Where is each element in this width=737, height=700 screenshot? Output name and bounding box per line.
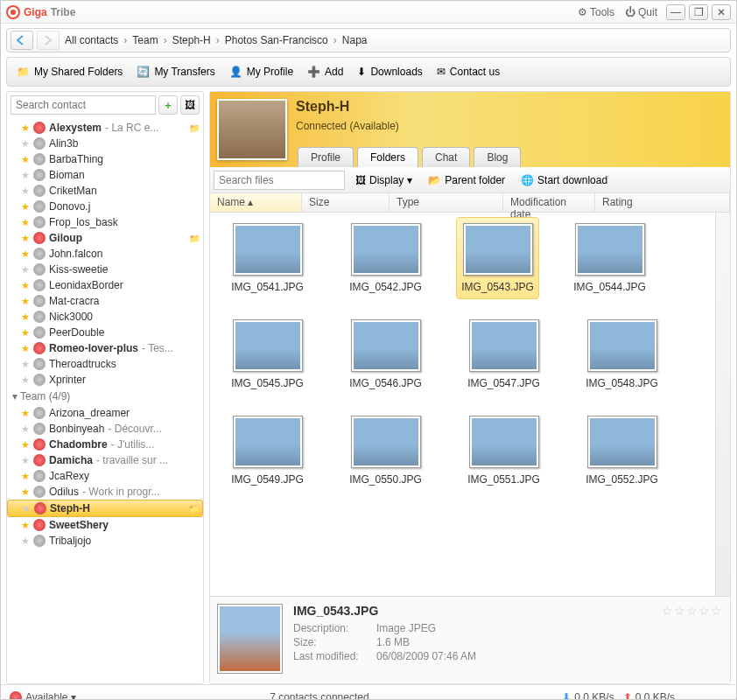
breadcrumb-item[interactable]: All contacts xyxy=(60,34,123,46)
start-label: Start download xyxy=(537,174,607,186)
contact-item[interactable]: ★PeerDouble xyxy=(7,325,203,340)
nav-forward-button[interactable] xyxy=(37,31,60,50)
file-thumbnail[interactable]: IMG_0543.JPG xyxy=(456,217,539,299)
start-download-button[interactable]: 🌐Start download xyxy=(516,172,613,189)
file-thumbnail[interactable]: IMG_0548.JPG xyxy=(580,319,663,389)
breadcrumb-item[interactable]: Steph-H xyxy=(167,34,216,46)
presence-icon xyxy=(33,232,46,244)
display-dropdown[interactable]: 🖼Display ▾ xyxy=(350,172,418,189)
contact-item[interactable]: ★Alin3b xyxy=(7,136,203,151)
file-thumbnail[interactable]: IMG_0550.JPG xyxy=(344,416,427,486)
col-type[interactable]: Type xyxy=(390,193,503,212)
folder-icon: 📁 xyxy=(188,504,199,514)
file-thumbnail[interactable]: IMG_0546.JPG xyxy=(344,319,427,389)
sort-asc-icon: ▴ xyxy=(248,196,253,208)
contact-us-button[interactable]: ✉Contact us xyxy=(430,63,507,80)
contact-item[interactable]: ★Alexystem - La RC e...📁 xyxy=(7,120,203,136)
group-header-team[interactable]: ▾Team (4/9) xyxy=(7,388,203,405)
file-thumbnail[interactable]: IMG_0541.JPG xyxy=(226,223,309,293)
thumbnail-grid[interactable]: IMG_0541.JPGIMG_0542.JPGIMG_0543.JPGIMG_… xyxy=(210,213,730,596)
col-size[interactable]: Size xyxy=(302,193,390,212)
contact-list[interactable]: ★Alexystem - La RC e...📁★Alin3b★BarbaThi… xyxy=(7,118,203,683)
contact-item[interactable]: ★Frop_los_bask xyxy=(7,214,203,230)
view-mode-button[interactable]: 🖼 xyxy=(180,95,200,115)
contact-item[interactable]: ★John.falcon xyxy=(7,246,203,262)
contact-name: Alexystem xyxy=(49,122,102,134)
thumbnail-label: IMG_0543.JPG xyxy=(461,281,534,293)
maximize-button[interactable]: ❐ xyxy=(689,4,708,20)
contact-item[interactable]: ★Xprinter xyxy=(7,372,203,388)
presence-icon xyxy=(33,169,46,181)
contact-item[interactable]: ★Giloup📁 xyxy=(7,230,203,246)
breadcrumb-bar: All contacts›Team›Steph-H›Photos San-Fra… xyxy=(6,28,731,52)
contact-name: LeonidaxBorder xyxy=(49,279,123,291)
close-button[interactable]: ✕ xyxy=(712,4,731,20)
svg-point-1 xyxy=(11,10,16,15)
star-icon: ★ xyxy=(21,471,30,482)
contact-name: Tribaljojo xyxy=(49,535,91,547)
quit-button[interactable]: ⏻Quit xyxy=(625,6,657,18)
contact-item[interactable]: ★Damicha - travaille sur ... xyxy=(7,452,203,468)
contact-item[interactable]: ★Steph-H📁 xyxy=(7,500,203,517)
breadcrumb-item[interactable]: Photos San-Francisco xyxy=(220,34,333,46)
my-status-button[interactable]: Available ▾ xyxy=(10,691,76,701)
contact-item[interactable]: ★Romeo-lover-plus - Tes... xyxy=(7,340,203,356)
contact-item[interactable]: ★Bonbinyeah - Découvr... xyxy=(7,421,203,437)
contact-item[interactable]: ★BarbaThing xyxy=(7,151,203,167)
downloads-button[interactable]: ⬇Downloads xyxy=(350,63,429,80)
col-name[interactable]: Name ▴ xyxy=(210,193,302,212)
contact-item[interactable]: ★CriketMan xyxy=(7,183,203,199)
minimize-button[interactable]: — xyxy=(666,4,685,20)
add-contact-button[interactable]: ＋ xyxy=(158,95,178,115)
thumbnail-image xyxy=(233,223,303,276)
contact-item[interactable]: ★Tribaljojo xyxy=(7,533,203,549)
contact-item[interactable]: ★JcaRexy xyxy=(7,468,203,484)
file-thumbnail[interactable]: IMG_0544.JPG xyxy=(568,223,651,293)
contact-item[interactable]: ★Chadombre - J'utilis... xyxy=(7,437,203,452)
tab-folders[interactable]: Folders xyxy=(357,147,418,167)
col-rating[interactable]: Rating xyxy=(595,193,730,212)
my-transfers-button[interactable]: 🔄My Transfers xyxy=(130,63,221,80)
thumbnail-label: IMG_0551.JPG xyxy=(467,473,540,486)
tab-blog[interactable]: Blog xyxy=(474,147,521,167)
file-thumbnail[interactable]: IMG_0551.JPG xyxy=(462,416,545,486)
add-button[interactable]: ➕Add xyxy=(300,63,350,80)
breadcrumb-item[interactable]: Napa xyxy=(337,34,373,46)
contact-status: - travaille sur ... xyxy=(96,454,168,466)
thumbnail-image xyxy=(469,319,539,372)
rating-stars[interactable]: ☆☆☆☆☆ xyxy=(662,604,723,676)
contact-item[interactable]: ★Theroadtrucks xyxy=(7,356,203,372)
star-icon: ★ xyxy=(21,327,30,339)
contacts-connected-label: 7 contacts connected xyxy=(270,691,368,701)
parent-folder-button[interactable]: 📂Parent folder xyxy=(423,172,510,189)
file-thumbnail[interactable]: IMG_0542.JPG xyxy=(344,223,427,293)
presence-icon xyxy=(33,153,46,165)
contact-item[interactable]: ★Kiss-sweetie xyxy=(7,262,203,277)
file-thumbnail[interactable]: IMG_0545.JPG xyxy=(226,319,309,389)
file-thumbnail[interactable]: IMG_0549.JPG xyxy=(226,416,309,486)
search-files-input[interactable] xyxy=(214,171,345,190)
quit-label: Quit xyxy=(638,6,657,18)
brand-giga: Giga xyxy=(24,6,47,18)
contact-item[interactable]: ★Arizona_dreamer xyxy=(7,405,203,421)
contact-item[interactable]: ★Nick3000 xyxy=(7,309,203,325)
tab-chat[interactable]: Chat xyxy=(422,147,470,167)
search-contact-input[interactable] xyxy=(11,95,156,115)
nav-back-button[interactable] xyxy=(11,31,33,50)
my-shared-folders-button[interactable]: 📁My Shared Folders xyxy=(10,63,130,80)
presence-icon xyxy=(33,326,46,339)
star-icon: ★ xyxy=(21,455,30,466)
contact-item[interactable]: ★Bioman xyxy=(7,167,203,183)
tools-button[interactable]: ⚙Tools xyxy=(578,6,614,18)
my-profile-button[interactable]: 👤My Profile xyxy=(222,63,300,80)
file-thumbnail[interactable]: IMG_0552.JPG xyxy=(580,416,663,486)
file-thumbnail[interactable]: IMG_0547.JPG xyxy=(462,319,545,389)
contact-item[interactable]: ★Odilus - Work in progr... xyxy=(7,484,203,500)
breadcrumb-item[interactable]: Team xyxy=(127,34,163,46)
contact-item[interactable]: ★Mat-cracra xyxy=(7,293,203,309)
tab-profile[interactable]: Profile xyxy=(298,147,354,167)
contact-item[interactable]: ★Donovo.j xyxy=(7,199,203,214)
col-modification[interactable]: Modification date xyxy=(503,193,595,212)
contact-item[interactable]: ★LeonidaxBorder xyxy=(7,277,203,293)
contact-item[interactable]: ★SweetShery xyxy=(7,517,203,533)
